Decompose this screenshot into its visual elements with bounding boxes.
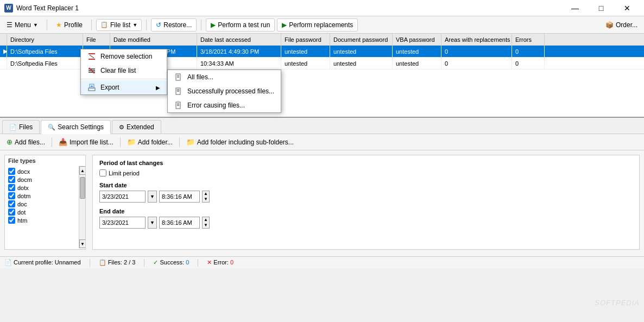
scroll-thumb[interactable] [80,177,85,199]
start-date-picker-button[interactable]: ▼ [148,191,157,203]
restore-button[interactable]: ↺ Restore... [151,18,197,31]
add-files-button[interactable]: ⊕ Add files... [2,136,49,148]
replacements-label: Perform replacements [289,21,353,29]
file-table: Directory File Date modified Date last a… [0,34,644,118]
import-list-button[interactable]: 📥 Import file list... [54,136,118,148]
svg-rect-19 [177,103,179,104]
list-item: dotx [7,184,77,192]
files-icon: 📋 [99,259,106,266]
order-label: Order... [616,21,637,29]
order-button[interactable]: 📦 Order... [601,19,642,31]
scroll-down-button[interactable]: ▼ [79,239,85,248]
test-run-label: Perform a test run [218,21,270,29]
dot-checkbox[interactable] [8,209,15,216]
th-doc-password[interactable]: Document password [330,34,393,45]
tab-search-label: Search Settings [58,123,104,131]
filelist-button[interactable]: 📋 File list ▼ [96,19,142,31]
th-date-modified[interactable]: Date modified [110,34,197,45]
td-date-accessed: 3/18/2021 4:49:30 PM [197,46,281,57]
start-time-spinner[interactable]: ▲ ▼ [202,191,210,203]
success-count: 0 [186,259,189,266]
error-files-item[interactable]: Error causing files... [168,98,281,112]
separator [52,137,52,147]
scroll-up-button[interactable]: ▲ [79,166,85,175]
export-item[interactable]: Export ▶ [81,80,167,94]
separator [144,259,144,267]
limit-period-row: Limit period [99,169,633,176]
th-vba-password[interactable]: VBA password [393,34,441,45]
success-files-item[interactable]: Successfully processed files... [168,84,281,98]
watermark: SOFTPEDIA [595,299,640,307]
clear-icon [87,66,96,75]
dot-label: dot [17,209,26,216]
file-types-title: File types [5,155,85,166]
separator [90,259,90,267]
document-icon [174,73,183,81]
status-bar: 📄 Current profile: Unnamed 📋 Files: 2 / … [0,256,644,268]
app-icon: W [4,4,13,12]
menu-separator [81,79,167,79]
svg-rect-12 [177,76,179,77]
minimize-button[interactable]: — [563,0,588,16]
replacements-icon: ▶ [282,21,287,29]
start-time-up-button[interactable]: ▲ [203,191,209,197]
close-button[interactable]: ✕ [615,0,640,16]
docm-label: docm [17,176,32,183]
svg-rect-16 [177,90,179,91]
menu-button[interactable]: ☰ Menu ▼ [2,19,42,31]
end-date-label: End date [99,208,633,214]
profile-button[interactable]: ★ Profile [52,19,87,31]
all-files-item[interactable]: All files... [168,70,281,84]
htm-checkbox[interactable] [8,217,15,224]
dotm-checkbox[interactable] [8,192,15,199]
docx-checkbox[interactable] [8,168,15,175]
end-time-up-button[interactable]: ▲ [203,217,209,223]
svg-line-2 [90,55,94,58]
limit-period-checkbox[interactable] [99,169,106,176]
scrollbar[interactable]: ▲ ▼ [79,166,85,248]
order-icon: 📦 [605,21,614,29]
test-run-button[interactable]: ▶ Perform a test run [206,18,275,31]
th-areas[interactable]: Areas with replacements [441,34,512,45]
add-folder-button[interactable]: 📁 Add folder... [123,136,177,148]
profile-label: Profile [64,21,83,29]
dotx-label: dotx [17,185,29,191]
file-types-scroll[interactable]: docx docm dotx dotm doc [5,166,79,248]
start-date-input[interactable] [99,191,146,203]
th-directory[interactable]: Directory [7,34,83,45]
start-date-row: ▼ ▲ ▼ [99,191,633,203]
doc-checkbox[interactable] [8,200,15,207]
end-time-spinner[interactable]: ▲ ▼ [202,217,210,229]
th-date-accessed[interactable]: Date last accessed [197,34,281,45]
tab-search-settings[interactable]: 🔍 Search Settings [41,120,111,134]
th-errors[interactable]: Errors [512,34,545,45]
replacements-button[interactable]: ▶ Perform replacements [277,18,358,31]
td-directory: D:\Softpedia Files [7,46,83,57]
dotx-checkbox[interactable] [8,184,15,191]
add-folder-sub-button[interactable]: 📁 Add folder including sub-folders... [182,136,298,148]
error-status: ✕ Error: 0 [207,259,233,266]
list-item: docm [7,175,77,184]
htm-label: htm [17,217,27,224]
th-file[interactable]: File [83,34,110,45]
start-time-input[interactable] [159,191,200,203]
start-time-down-button[interactable]: ▼ [203,197,209,202]
content-area: File types docx docm dotx dotm [0,150,644,256]
td-directory: D:\Softpedia Files [7,58,83,69]
end-date-picker-button[interactable]: ▼ [148,217,157,229]
import-icon: 📥 [59,138,67,146]
maximize-button[interactable]: □ [589,0,614,16]
end-time-down-button[interactable]: ▼ [203,223,209,228]
tab-extended[interactable]: ⚙ Extended [112,120,161,134]
remove-selection-item[interactable]: Remove selection [81,49,167,64]
td-file-password: untested [281,58,330,69]
docx-label: docx [17,168,30,175]
gear-icon: ⚙ [119,124,124,131]
end-time-input[interactable] [159,217,200,229]
docm-checkbox[interactable] [8,176,15,183]
clear-list-item[interactable]: Clear file list [81,64,167,78]
dropdown-menu: Remove selection Clear file list [80,49,167,95]
th-file-password[interactable]: File password [281,34,330,45]
tab-files[interactable]: 📄 Files [2,120,40,134]
end-date-input[interactable] [99,217,146,229]
